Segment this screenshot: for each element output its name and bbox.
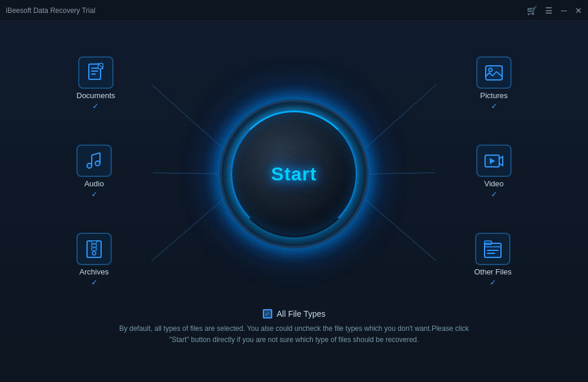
cart-icon[interactable]: 🛒 bbox=[527, 6, 537, 15]
close-button[interactable]: ✕ bbox=[575, 6, 582, 15]
audio-icon-box bbox=[76, 145, 112, 177]
svg-rect-28 bbox=[487, 253, 495, 254]
bottom-section: ✓ All File Types By default, all types o… bbox=[112, 309, 476, 346]
video-label: Video bbox=[484, 179, 503, 188]
file-type-selector: Start Documents ✓ bbox=[59, 45, 529, 303]
all-file-types-checkbox[interactable]: ✓ bbox=[263, 309, 272, 319]
file-type-archives[interactable]: Archives ✓ bbox=[76, 233, 112, 286]
svg-line-17 bbox=[92, 153, 100, 155]
file-type-audio[interactable]: Audio ✓ bbox=[76, 145, 112, 198]
pictures-label: Pictures bbox=[480, 91, 508, 100]
file-type-documents[interactable]: Documents ✓ bbox=[76, 56, 115, 110]
other-files-icon bbox=[482, 239, 503, 260]
all-files-row: ✓ All File Types bbox=[263, 309, 326, 319]
file-type-other[interactable]: Other Files ✓ bbox=[474, 233, 512, 286]
svg-line-3 bbox=[363, 173, 435, 174]
archives-icon-box bbox=[76, 233, 112, 265]
video-check: ✓ bbox=[491, 190, 497, 198]
svg-point-13 bbox=[87, 163, 92, 168]
documents-check: ✓ bbox=[92, 102, 99, 110]
svg-line-5 bbox=[363, 197, 436, 261]
svg-rect-9 bbox=[91, 73, 96, 75]
archives-icon bbox=[83, 239, 105, 260]
menu-icon[interactable]: ☰ bbox=[545, 6, 553, 15]
svg-line-2 bbox=[153, 173, 225, 174]
all-file-types-label: All File Types bbox=[277, 309, 326, 319]
pictures-icon-box bbox=[476, 56, 512, 89]
minimize-button[interactable]: ─ bbox=[561, 6, 567, 15]
svg-rect-21 bbox=[92, 241, 96, 243]
file-type-video[interactable]: Video ✓ bbox=[476, 145, 512, 198]
other-check: ✓ bbox=[490, 279, 496, 286]
pictures-check: ✓ bbox=[491, 102, 497, 110]
video-icon-box bbox=[476, 145, 512, 177]
svg-rect-26 bbox=[485, 241, 492, 244]
archives-label: Archives bbox=[79, 267, 109, 276]
svg-rect-22 bbox=[92, 244, 96, 247]
file-type-pictures[interactable]: Pictures ✓ bbox=[476, 56, 512, 110]
pictures-icon bbox=[483, 62, 505, 83]
documents-icon-box bbox=[78, 56, 113, 89]
archives-check: ✓ bbox=[91, 279, 98, 286]
documents-icon bbox=[85, 62, 106, 83]
svg-line-0 bbox=[152, 85, 225, 150]
svg-rect-7 bbox=[91, 68, 98, 69]
svg-line-4 bbox=[152, 197, 225, 261]
checkbox-checkmark: ✓ bbox=[265, 311, 270, 317]
svg-rect-8 bbox=[91, 71, 98, 72]
app-title: iBeesoft Data Recovery Trial bbox=[6, 6, 95, 15]
main-content: Start Documents ✓ bbox=[0, 21, 588, 382]
svg-line-1 bbox=[363, 85, 436, 150]
svg-rect-27 bbox=[487, 250, 499, 251]
documents-label: Documents bbox=[76, 91, 115, 100]
audio-check: ✓ bbox=[91, 190, 98, 198]
audio-label: Audio bbox=[84, 179, 103, 188]
title-bar: iBeesoft Data Recovery Trial 🛒 ☰ ─ ✕ bbox=[0, 0, 588, 21]
start-button[interactable]: Start bbox=[226, 106, 362, 242]
other-label: Other Files bbox=[474, 267, 512, 276]
video-icon bbox=[483, 150, 505, 172]
window-controls: 🛒 ☰ ─ ✕ bbox=[527, 6, 582, 15]
other-icon-box bbox=[475, 233, 510, 265]
description-text: By default, all types of files are selec… bbox=[112, 323, 476, 346]
audio-icon bbox=[83, 150, 105, 172]
svg-rect-23 bbox=[92, 248, 96, 250]
svg-rect-11 bbox=[486, 66, 502, 80]
svg-point-14 bbox=[95, 161, 100, 166]
